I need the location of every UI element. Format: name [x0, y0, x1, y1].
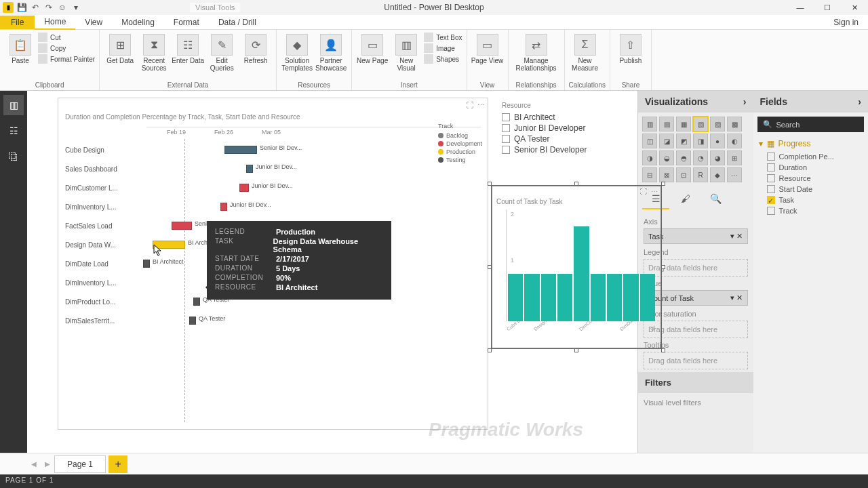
viz-type-tile[interactable]: ◒ [659, 150, 674, 165]
viz-type-gallery[interactable]: ▥▤▦▧▨▩◫◪◩◨●◐◑◒◓◔◕⊞⊟⊠⊡R◆⋯ [638, 113, 753, 186]
chart-bar[interactable] [623, 274, 638, 321]
viz-type-tile[interactable]: ▩ [727, 117, 742, 131]
viz-type-tile[interactable]: ⊞ [727, 150, 742, 165]
model-view-button[interactable]: ⿻ [3, 146, 24, 167]
refresh-button[interactable]: ⟳Refresh [239, 31, 272, 64]
gantt-bar[interactable] [172, 222, 192, 230]
recent-sources-button[interactable]: ⧗Recent Sources [138, 31, 170, 72]
slicer-item[interactable]: BI Architect [502, 112, 651, 123]
paste-button[interactable]: 📋Paste [4, 31, 37, 64]
more-options-icon[interactable]: ⋯ [651, 188, 658, 195]
file-tab[interactable]: File [0, 16, 35, 29]
gantt-bar[interactable] [143, 260, 150, 268]
tab-modeling[interactable]: Modeling [112, 16, 164, 29]
report-canvas[interactable]: ⛶ ⋯ Duration and Completion Percentage b… [27, 91, 637, 468]
shapes-button[interactable]: Shapes [424, 54, 462, 64]
publish-button[interactable]: ⇧Publish [614, 31, 647, 64]
chart-bar[interactable] [524, 274, 539, 321]
chart-bar[interactable] [557, 274, 572, 321]
smiley-icon[interactable]: ☺ [57, 2, 68, 13]
viz-type-tile[interactable]: ◔ [693, 150, 708, 165]
data-view-button[interactable]: ☷ [3, 121, 24, 141]
legend-item[interactable]: Testing [438, 157, 482, 163]
legend-item[interactable]: Backlog [438, 132, 482, 139]
bar-chart-visual[interactable]: ⛶ ⋯ Count of Task by Task 2 1 Cube Desig… [492, 186, 661, 348]
tab-view[interactable]: View [75, 16, 112, 29]
viz-type-tile[interactable]: ◓ [676, 150, 691, 165]
gantt-row[interactable]: DimInventory L...Junior BI Dev... [65, 197, 323, 216]
format-painter-button[interactable]: Format Painter [38, 54, 95, 64]
chart-bar[interactable] [607, 274, 622, 321]
partner-showcase-button[interactable]: 👤Partner Showcase [315, 31, 347, 72]
enter-data-button[interactable]: ☷Enter Data [172, 31, 204, 64]
tab-home[interactable]: Home [35, 15, 75, 30]
manage-relationships-button[interactable]: ⇄Manage Relationships [513, 31, 560, 72]
more-options-icon[interactable]: ⋯ [477, 101, 485, 110]
resource-slicer[interactable]: Resource BI ArchitectJunior BI Developer… [502, 102, 651, 176]
viz-type-tile[interactable]: ⊡ [676, 167, 691, 182]
gantt-row[interactable]: DimCustomer L...Junior BI Dev... [65, 178, 323, 197]
fields-search-input[interactable]: 🔍Search [757, 117, 865, 132]
focus-mode-icon[interactable]: ⛶ [466, 101, 473, 110]
slicer-item[interactable]: Junior BI Developer [502, 123, 651, 134]
viz-type-tile[interactable]: ◪ [659, 134, 674, 148]
viz-type-tile[interactable]: ▧ [693, 117, 708, 131]
gantt-bar[interactable] [224, 146, 257, 154]
redo-icon[interactable]: ↷ [43, 2, 54, 13]
viz-type-tile[interactable]: R [693, 167, 708, 182]
chart-bar[interactable] [640, 274, 655, 321]
maximize-button[interactable]: ☐ [814, 0, 841, 15]
chart-bar[interactable] [508, 274, 523, 321]
field-item[interactable]: Completion Pe... [753, 151, 869, 162]
viz-type-tile[interactable]: ▤ [659, 117, 674, 131]
qat-dropdown-icon[interactable]: ▾ [71, 2, 81, 13]
gantt-bar[interactable] [239, 184, 249, 192]
gantt-row[interactable]: Cube DesignSenior BI Dev... [65, 140, 323, 159]
edit-queries-button[interactable]: ✎Edit Queries [205, 31, 238, 72]
new-visual-button[interactable]: ▥New Visual [390, 31, 422, 72]
tab-format[interactable]: Format [164, 16, 209, 29]
minimize-button[interactable]: — [787, 0, 814, 15]
page-prev-button[interactable]: ◀ [27, 460, 41, 468]
close-button[interactable]: ✕ [841, 0, 868, 15]
filters-header[interactable]: Filters [638, 372, 753, 393]
save-icon[interactable]: 💾 [16, 2, 27, 13]
gantt-row[interactable]: DimSalesTerrit...QA Tester [65, 311, 323, 330]
focus-mode-icon[interactable]: ⛶ [640, 188, 647, 195]
undo-icon[interactable]: ↶ [30, 2, 41, 13]
chart-bar[interactable] [574, 226, 589, 321]
gantt-bar[interactable] [189, 317, 196, 325]
field-item[interactable]: Resource [753, 173, 869, 184]
new-measure-button[interactable]: ΣNew Measure [569, 31, 601, 72]
get-data-button[interactable]: ⊞Get Data [104, 31, 136, 64]
slicer-item[interactable]: QA Tester [502, 134, 651, 144]
viz-type-tile[interactable]: ◆ [710, 167, 725, 182]
image-button[interactable]: Image [424, 43, 462, 53]
gantt-row[interactable]: Sales DashboardJunior BI Dev... [65, 159, 323, 178]
viz-type-tile[interactable]: ◕ [710, 150, 725, 165]
viz-type-tile[interactable]: ▦ [676, 117, 691, 131]
report-view-button[interactable]: ▥ [3, 95, 24, 115]
viz-type-tile[interactable]: ▨ [710, 117, 725, 131]
legend-item[interactable]: Development [438, 140, 482, 147]
page-next-button[interactable]: ▶ [41, 460, 54, 468]
chart-bar[interactable] [541, 274, 556, 321]
copy-button[interactable]: Copy [38, 43, 95, 53]
viz-type-tile[interactable]: ● [710, 134, 725, 148]
fields-pane-header[interactable]: Fields› [753, 91, 869, 113]
text-box-button[interactable]: Text Box [424, 33, 462, 42]
field-item[interactable]: ✓Task [753, 195, 869, 205]
add-page-button[interactable]: + [108, 455, 127, 473]
viz-type-tile[interactable]: ◐ [727, 134, 742, 148]
viz-type-tile[interactable]: ◩ [676, 134, 691, 148]
field-item[interactable]: Track [753, 205, 869, 216]
gantt-bar[interactable] [246, 165, 253, 173]
sign-in-link[interactable]: Sign in [824, 16, 868, 29]
new-page-button[interactable]: ▭New Page [356, 31, 389, 64]
legend-item[interactable]: Production [438, 148, 482, 155]
page-view-button[interactable]: ▭Page View [471, 31, 504, 64]
cut-button[interactable]: Cut [38, 33, 95, 42]
page-tab-1[interactable]: Page 1 [54, 455, 106, 473]
field-item[interactable]: Start Date [753, 184, 869, 195]
solution-templates-button[interactable]: ◆Solution Templates [281, 31, 313, 72]
